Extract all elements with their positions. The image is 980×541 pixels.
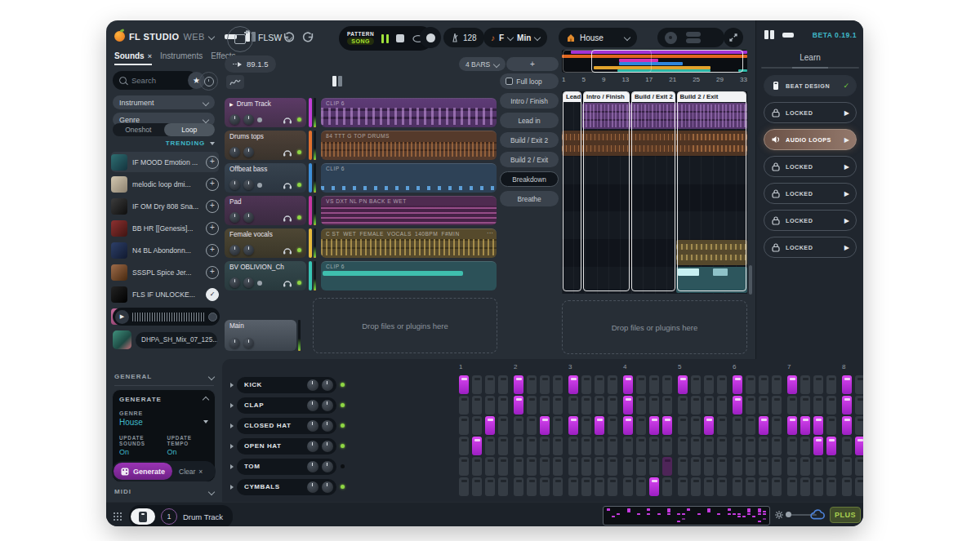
step-cell[interactable] — [842, 396, 852, 415]
add-sound-button[interactable]: + — [206, 178, 219, 191]
row-pan-knob[interactable] — [307, 481, 318, 493]
step-cell[interactable] — [485, 437, 495, 455]
step-cell[interactable] — [772, 477, 782, 496]
channel-female-vocals[interactable]: Female vocals — [225, 228, 306, 258]
step-cell[interactable] — [787, 477, 797, 496]
main-pan-knob[interactable] — [243, 338, 254, 348]
row-pill-open-hat[interactable]: OPEN HAT — [237, 438, 336, 455]
step-cell[interactable] — [662, 477, 672, 496]
step-cell[interactable] — [826, 375, 836, 394]
channel-bv-oblivion-ch[interactable]: BV OBLIVION_Ch — [225, 261, 306, 290]
step-cell[interactable] — [514, 375, 523, 394]
step-cell[interactable] — [649, 437, 659, 455]
step-cell[interactable] — [581, 457, 591, 476]
clip-blue[interactable]: CLIP 6 — [321, 163, 497, 193]
step-cell[interactable] — [813, 457, 823, 476]
step-cell[interactable] — [842, 437, 852, 455]
clip-wave-magenta[interactable]: VS DXT NL PN BACK E WET — [321, 196, 497, 225]
playlist-drop-zone[interactable]: Drop files or plugins here — [562, 300, 747, 354]
pan-knob[interactable] — [243, 245, 254, 255]
step-cell[interactable] — [800, 457, 810, 476]
step-cell[interactable] — [787, 375, 797, 394]
plus-upgrade-button[interactable]: PLUS — [830, 507, 861, 523]
brand-chevron-icon[interactable] — [207, 33, 214, 39]
step-cell[interactable] — [553, 457, 563, 476]
step-cell[interactable] — [842, 457, 852, 476]
add-sound-button[interactable]: + — [206, 244, 219, 257]
step-cell[interactable] — [691, 416, 701, 435]
step-cell[interactable] — [662, 437, 672, 455]
step-cell[interactable] — [772, 416, 782, 435]
step-cell[interactable] — [759, 396, 768, 415]
step-cell[interactable] — [746, 396, 755, 415]
step-cell[interactable] — [662, 416, 672, 435]
section-button-lead-in[interactable]: Lead in — [500, 113, 559, 128]
step-cell[interactable] — [678, 396, 688, 415]
step-cell[interactable] — [842, 375, 852, 394]
gear-icon[interactable] — [774, 510, 784, 520]
step-cell[interactable] — [636, 437, 646, 455]
step-cell[interactable] — [485, 375, 495, 394]
step-cell[interactable] — [826, 437, 836, 455]
key-note-chevron-icon[interactable] — [507, 34, 514, 41]
step-cell[interactable] — [678, 477, 688, 496]
clip-wave-amber[interactable]: C ST_WET_FEMALE_VOCALS_140BPM_F#MIN··· — [321, 228, 497, 258]
step-cell[interactable] — [855, 477, 863, 496]
step-cell[interactable] — [485, 457, 495, 476]
step-cell[interactable] — [746, 437, 755, 455]
tempo-control[interactable]: 128 — [443, 28, 484, 47]
step-cell[interactable] — [608, 375, 617, 394]
step-cell[interactable] — [459, 396, 469, 415]
step-cell[interactable] — [842, 416, 852, 435]
undo-button[interactable] — [282, 31, 295, 47]
step-cell[interactable] — [568, 477, 578, 496]
step-cell[interactable] — [691, 477, 701, 496]
learn-card-locked[interactable]: LOCKED▶ — [764, 237, 857, 258]
playlist-section[interactable]: Build / Exit 2 — [631, 91, 675, 291]
add-sound-button[interactable]: + — [206, 156, 219, 169]
rack-drop-zone[interactable]: Drop files or plugins here — [313, 298, 497, 353]
pattern-preview[interactable] — [603, 506, 770, 525]
tab-sounds[interactable]: Sounds × — [114, 51, 152, 65]
step-cell[interactable] — [826, 396, 836, 415]
step-cell[interactable] — [772, 396, 782, 415]
step-cell[interactable] — [527, 477, 537, 496]
step-cell[interactable] — [459, 457, 469, 476]
step-cell[interactable] — [498, 477, 508, 496]
channel-led[interactable] — [297, 118, 301, 122]
play-icon[interactable]: ▶ — [844, 163, 849, 171]
step-cell[interactable] — [498, 375, 508, 394]
step-cell[interactable] — [704, 375, 714, 394]
pan-knob[interactable] — [243, 147, 254, 157]
step-cell[interactable] — [527, 437, 537, 455]
headphone-icon[interactable] — [283, 115, 292, 124]
step-cell[interactable] — [568, 457, 578, 476]
step-cell[interactable] — [498, 437, 508, 455]
mute-dot[interactable] — [257, 118, 262, 122]
step-cell[interactable] — [498, 416, 508, 435]
step-cell[interactable] — [813, 396, 823, 415]
section-button-intro-finish[interactable]: Intro / Finish — [500, 93, 559, 109]
step-cell[interactable] — [733, 437, 742, 455]
learn-card-audio-loops[interactable]: AUDIO LOOPS▶ — [764, 129, 857, 150]
playlist-section[interactable]: Build 2 / Exit — [677, 91, 746, 291]
volume-knob[interactable] — [229, 114, 240, 125]
clip-menu-icon[interactable]: ··· — [487, 229, 493, 237]
step-cell[interactable] — [527, 457, 537, 476]
step-cell[interactable] — [759, 457, 768, 476]
row-volume-knob[interactable] — [322, 400, 333, 411]
step-cell[interactable] — [678, 457, 688, 476]
step-cell[interactable] — [568, 437, 578, 455]
step-cell[interactable] — [855, 416, 863, 435]
row-expand-icon[interactable] — [230, 464, 234, 469]
step-cell[interactable] — [759, 416, 768, 435]
channel-drum-track[interactable]: ▶Drum Track — [225, 98, 306, 127]
channel-number-badge[interactable]: 1 — [161, 508, 177, 525]
step-cell[interactable] — [540, 437, 550, 455]
generate-button[interactable]: Generate — [114, 463, 172, 480]
step-cell[interactable] — [553, 437, 563, 455]
step-cell[interactable] — [623, 457, 633, 476]
add-sound-button[interactable]: + — [206, 266, 219, 279]
section-button-build-2-exit[interactable]: Build 2 / Exit — [500, 152, 559, 167]
redo-button[interactable] — [302, 31, 315, 47]
